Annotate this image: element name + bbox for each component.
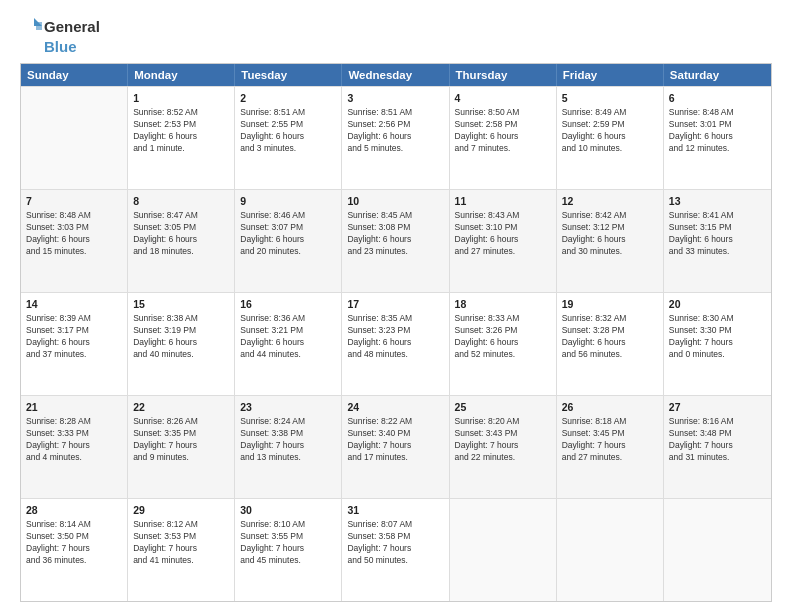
day-number: 7	[26, 194, 122, 208]
cell-info: Sunrise: 8:30 AM Sunset: 3:30 PM Dayligh…	[669, 313, 766, 361]
cal-cell-empty	[664, 499, 771, 601]
cal-cell-day-17: 17Sunrise: 8:35 AM Sunset: 3:23 PM Dayli…	[342, 293, 449, 395]
header: General Blue	[20, 16, 772, 55]
page: General Blue SundayMondayTuesdayWednesda…	[0, 0, 792, 612]
cell-info: Sunrise: 8:46 AM Sunset: 3:07 PM Dayligh…	[240, 210, 336, 258]
cal-cell-empty	[557, 499, 664, 601]
weekday-friday: Friday	[557, 64, 664, 86]
cal-cell-day-5: 5Sunrise: 8:49 AM Sunset: 2:59 PM Daylig…	[557, 87, 664, 189]
day-number: 4	[455, 91, 551, 105]
cell-info: Sunrise: 8:14 AM Sunset: 3:50 PM Dayligh…	[26, 519, 122, 567]
cal-cell-day-29: 29Sunrise: 8:12 AM Sunset: 3:53 PM Dayli…	[128, 499, 235, 601]
day-number: 1	[133, 91, 229, 105]
cal-cell-day-18: 18Sunrise: 8:33 AM Sunset: 3:26 PM Dayli…	[450, 293, 557, 395]
day-number: 11	[455, 194, 551, 208]
cal-cell-day-21: 21Sunrise: 8:28 AM Sunset: 3:33 PM Dayli…	[21, 396, 128, 498]
cell-info: Sunrise: 8:16 AM Sunset: 3:48 PM Dayligh…	[669, 416, 766, 464]
day-number: 12	[562, 194, 658, 208]
cell-info: Sunrise: 8:35 AM Sunset: 3:23 PM Dayligh…	[347, 313, 443, 361]
cal-cell-day-25: 25Sunrise: 8:20 AM Sunset: 3:43 PM Dayli…	[450, 396, 557, 498]
cell-info: Sunrise: 8:20 AM Sunset: 3:43 PM Dayligh…	[455, 416, 551, 464]
cal-cell-day-14: 14Sunrise: 8:39 AM Sunset: 3:17 PM Dayli…	[21, 293, 128, 395]
cell-info: Sunrise: 8:50 AM Sunset: 2:58 PM Dayligh…	[455, 107, 551, 155]
cal-cell-day-26: 26Sunrise: 8:18 AM Sunset: 3:45 PM Dayli…	[557, 396, 664, 498]
weekday-thursday: Thursday	[450, 64, 557, 86]
cell-info: Sunrise: 8:49 AM Sunset: 2:59 PM Dayligh…	[562, 107, 658, 155]
logo-blue: Blue	[44, 38, 100, 55]
cell-info: Sunrise: 8:52 AM Sunset: 2:53 PM Dayligh…	[133, 107, 229, 155]
cell-info: Sunrise: 8:48 AM Sunset: 3:03 PM Dayligh…	[26, 210, 122, 258]
cell-info: Sunrise: 8:24 AM Sunset: 3:38 PM Dayligh…	[240, 416, 336, 464]
cal-cell-day-9: 9Sunrise: 8:46 AM Sunset: 3:07 PM Daylig…	[235, 190, 342, 292]
day-number: 31	[347, 503, 443, 517]
cal-row-0: 1Sunrise: 8:52 AM Sunset: 2:53 PM Daylig…	[21, 86, 771, 189]
cal-cell-day-1: 1Sunrise: 8:52 AM Sunset: 2:53 PM Daylig…	[128, 87, 235, 189]
cell-info: Sunrise: 8:45 AM Sunset: 3:08 PM Dayligh…	[347, 210, 443, 258]
day-number: 5	[562, 91, 658, 105]
day-number: 20	[669, 297, 766, 311]
cell-info: Sunrise: 8:10 AM Sunset: 3:55 PM Dayligh…	[240, 519, 336, 567]
cal-cell-day-7: 7Sunrise: 8:48 AM Sunset: 3:03 PM Daylig…	[21, 190, 128, 292]
day-number: 8	[133, 194, 229, 208]
cell-info: Sunrise: 8:48 AM Sunset: 3:01 PM Dayligh…	[669, 107, 766, 155]
weekday-saturday: Saturday	[664, 64, 771, 86]
cell-info: Sunrise: 8:51 AM Sunset: 2:56 PM Dayligh…	[347, 107, 443, 155]
weekday-sunday: Sunday	[21, 64, 128, 86]
cell-info: Sunrise: 8:51 AM Sunset: 2:55 PM Dayligh…	[240, 107, 336, 155]
day-number: 9	[240, 194, 336, 208]
calendar-body: 1Sunrise: 8:52 AM Sunset: 2:53 PM Daylig…	[21, 86, 771, 601]
weekday-tuesday: Tuesday	[235, 64, 342, 86]
cal-cell-day-13: 13Sunrise: 8:41 AM Sunset: 3:15 PM Dayli…	[664, 190, 771, 292]
day-number: 10	[347, 194, 443, 208]
day-number: 13	[669, 194, 766, 208]
logo-icon	[20, 16, 42, 38]
cell-info: Sunrise: 8:22 AM Sunset: 3:40 PM Dayligh…	[347, 416, 443, 464]
cal-cell-empty	[450, 499, 557, 601]
day-number: 21	[26, 400, 122, 414]
cal-cell-day-19: 19Sunrise: 8:32 AM Sunset: 3:28 PM Dayli…	[557, 293, 664, 395]
cal-row-4: 28Sunrise: 8:14 AM Sunset: 3:50 PM Dayli…	[21, 498, 771, 601]
cal-cell-day-11: 11Sunrise: 8:43 AM Sunset: 3:10 PM Dayli…	[450, 190, 557, 292]
day-number: 3	[347, 91, 443, 105]
day-number: 16	[240, 297, 336, 311]
cell-info: Sunrise: 8:32 AM Sunset: 3:28 PM Dayligh…	[562, 313, 658, 361]
day-number: 30	[240, 503, 336, 517]
day-number: 28	[26, 503, 122, 517]
cal-cell-day-30: 30Sunrise: 8:10 AM Sunset: 3:55 PM Dayli…	[235, 499, 342, 601]
day-number: 24	[347, 400, 443, 414]
cell-info: Sunrise: 8:07 AM Sunset: 3:58 PM Dayligh…	[347, 519, 443, 567]
cal-cell-day-22: 22Sunrise: 8:26 AM Sunset: 3:35 PM Dayli…	[128, 396, 235, 498]
day-number: 2	[240, 91, 336, 105]
day-number: 22	[133, 400, 229, 414]
day-number: 14	[26, 297, 122, 311]
cell-info: Sunrise: 8:18 AM Sunset: 3:45 PM Dayligh…	[562, 416, 658, 464]
cell-info: Sunrise: 8:39 AM Sunset: 3:17 PM Dayligh…	[26, 313, 122, 361]
calendar: SundayMondayTuesdayWednesdayThursdayFrid…	[20, 63, 772, 602]
cal-cell-day-16: 16Sunrise: 8:36 AM Sunset: 3:21 PM Dayli…	[235, 293, 342, 395]
cell-info: Sunrise: 8:33 AM Sunset: 3:26 PM Dayligh…	[455, 313, 551, 361]
cell-info: Sunrise: 8:41 AM Sunset: 3:15 PM Dayligh…	[669, 210, 766, 258]
cell-info: Sunrise: 8:28 AM Sunset: 3:33 PM Dayligh…	[26, 416, 122, 464]
cal-cell-day-31: 31Sunrise: 8:07 AM Sunset: 3:58 PM Dayli…	[342, 499, 449, 601]
cell-info: Sunrise: 8:38 AM Sunset: 3:19 PM Dayligh…	[133, 313, 229, 361]
day-number: 18	[455, 297, 551, 311]
day-number: 15	[133, 297, 229, 311]
day-number: 26	[562, 400, 658, 414]
cal-cell-day-3: 3Sunrise: 8:51 AM Sunset: 2:56 PM Daylig…	[342, 87, 449, 189]
cell-info: Sunrise: 8:26 AM Sunset: 3:35 PM Dayligh…	[133, 416, 229, 464]
cal-cell-day-20: 20Sunrise: 8:30 AM Sunset: 3:30 PM Dayli…	[664, 293, 771, 395]
cal-cell-day-4: 4Sunrise: 8:50 AM Sunset: 2:58 PM Daylig…	[450, 87, 557, 189]
day-number: 23	[240, 400, 336, 414]
cal-row-3: 21Sunrise: 8:28 AM Sunset: 3:33 PM Dayli…	[21, 395, 771, 498]
cal-cell-day-10: 10Sunrise: 8:45 AM Sunset: 3:08 PM Dayli…	[342, 190, 449, 292]
cal-cell-day-24: 24Sunrise: 8:22 AM Sunset: 3:40 PM Dayli…	[342, 396, 449, 498]
cell-info: Sunrise: 8:47 AM Sunset: 3:05 PM Dayligh…	[133, 210, 229, 258]
cal-cell-empty	[21, 87, 128, 189]
svg-marker-1	[36, 22, 42, 30]
cal-cell-day-6: 6Sunrise: 8:48 AM Sunset: 3:01 PM Daylig…	[664, 87, 771, 189]
weekday-wednesday: Wednesday	[342, 64, 449, 86]
day-number: 29	[133, 503, 229, 517]
cal-cell-day-12: 12Sunrise: 8:42 AM Sunset: 3:12 PM Dayli…	[557, 190, 664, 292]
weekday-monday: Monday	[128, 64, 235, 86]
cal-cell-day-2: 2Sunrise: 8:51 AM Sunset: 2:55 PM Daylig…	[235, 87, 342, 189]
